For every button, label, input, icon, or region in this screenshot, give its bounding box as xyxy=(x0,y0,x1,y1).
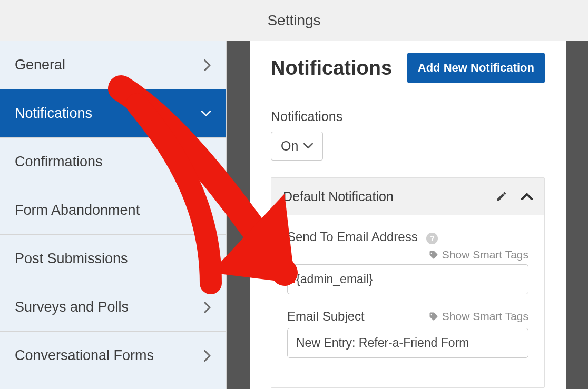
show-smart-tags-link[interactable]: Show Smart Tags xyxy=(428,248,528,261)
sidebar-item-form-abandonment[interactable]: Form Abandonment xyxy=(0,186,226,235)
tag-icon xyxy=(428,311,439,322)
sidebar-item-label: Confirmations xyxy=(15,154,103,170)
sidebar-item-label: Form Abandonment xyxy=(15,202,140,218)
send-to-label-text: Send To Email Address xyxy=(287,230,418,244)
help-icon[interactable]: ? xyxy=(426,233,438,244)
dropdown-value: On xyxy=(281,138,298,154)
sidebar-item-confirmations[interactable]: Confirmations xyxy=(0,138,226,186)
sidebar-item-label: Post Submissions xyxy=(15,251,128,267)
sidebar-item-surveys-and-polls[interactable]: Surveys and Polls xyxy=(0,283,226,332)
section-title: Notifications xyxy=(271,57,392,79)
show-smart-tags-link[interactable]: Show Smart Tags xyxy=(428,310,528,323)
email-subject-input[interactable] xyxy=(287,328,528,358)
chevron-down-icon xyxy=(303,143,313,149)
main-content: Notifications Add New Notification Notif… xyxy=(250,41,588,389)
chevron-up-icon[interactable] xyxy=(521,193,533,200)
sidebar-item-label: Surveys and Polls xyxy=(15,299,129,315)
chevron-right-icon xyxy=(204,302,211,313)
notifications-toggle-label: Notifications xyxy=(271,109,545,124)
sidebar-item-label: Notifications xyxy=(15,105,92,122)
sidebar-item-post-submissions[interactable]: Post Submissions xyxy=(0,235,226,283)
smart-tags-text: Show Smart Tags xyxy=(442,310,528,323)
page-title-bar: Settings xyxy=(0,0,588,41)
chevron-right-icon xyxy=(204,59,211,71)
tag-icon xyxy=(428,250,439,260)
sidebar-item-label: Conversational Forms xyxy=(15,347,154,364)
add-new-notification-button[interactable]: Add New Notification xyxy=(407,53,545,83)
settings-sidebar: General Notifications Confirmations Form… xyxy=(0,41,227,389)
sidebar-item-notifications[interactable]: Notifications xyxy=(0,89,226,138)
page-title: Settings xyxy=(267,12,320,29)
chevron-down-icon xyxy=(201,111,211,117)
edit-icon[interactable] xyxy=(496,191,507,202)
send-to-label: Send To Email Address ? xyxy=(287,230,438,244)
gutter xyxy=(227,41,250,389)
send-to-email-input[interactable] xyxy=(287,264,528,294)
email-subject-label: Email Subject xyxy=(287,309,365,324)
chevron-right-icon xyxy=(204,253,211,265)
panel-header[interactable]: Default Notification xyxy=(271,178,544,215)
sidebar-item-general[interactable]: General xyxy=(0,41,226,89)
panel-title: Default Notification xyxy=(283,189,394,204)
sidebar-item-conversational-forms[interactable]: Conversational Forms xyxy=(0,332,226,380)
notification-panel: Default Notification Send To Email Addre… xyxy=(271,177,545,388)
chevron-right-icon xyxy=(204,205,211,216)
chevron-right-icon xyxy=(204,350,211,362)
smart-tags-text: Show Smart Tags xyxy=(442,248,528,261)
notifications-toggle-dropdown[interactable]: On xyxy=(271,132,323,161)
sidebar-item-label: General xyxy=(15,57,65,73)
